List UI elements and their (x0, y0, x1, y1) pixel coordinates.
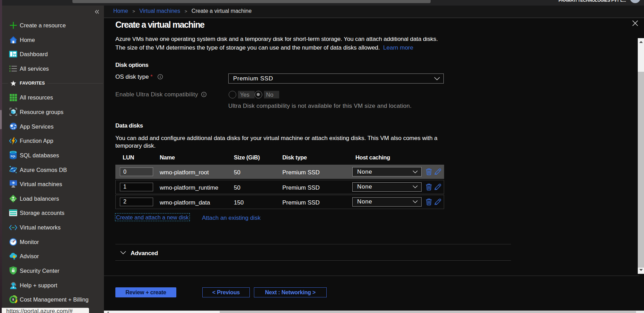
vertical-scrollbar[interactable] (638, 38, 644, 274)
sidebar-item-create-a-resource[interactable]: Create a resource (2, 18, 104, 33)
breadcrumb-home[interactable]: Home (113, 8, 128, 14)
review-create-button[interactable]: Review + create (115, 287, 176, 297)
sidebar-item-monitor[interactable]: Monitor (2, 235, 104, 249)
next-networking-button[interactable]: Next : Networking > (254, 287, 327, 297)
disk-name: wmo-platform_runtime (160, 184, 218, 191)
scroll-up-icon[interactable] (639, 41, 643, 43)
edit-disk-button[interactable] (434, 183, 442, 191)
os-disk-type-label: OS disk type * (115, 73, 153, 80)
blade-scroll-viewport: Azure VMs have one operating system disk… (104, 37, 638, 274)
delete-disk-button[interactable] (426, 168, 433, 176)
host-caching-select[interactable]: None (352, 167, 422, 176)
close-icon (632, 20, 638, 26)
edge-scrollbar-thumb[interactable] (0, 110, 2, 129)
ultra-disk-info-icon[interactable] (201, 92, 206, 97)
sidebar-item-storage-accounts[interactable]: Storage accounts (2, 206, 104, 220)
resource-groups-icon (9, 108, 17, 116)
sidebar-item-security-center[interactable]: Security Center (2, 263, 104, 278)
security-center-icon (9, 267, 17, 275)
host-caching-select[interactable]: None (352, 197, 422, 207)
data-disk-row[interactable]: 1 wmo-platform_runtime 50 Premium SSD No… (115, 180, 444, 194)
sidebar-item-azure-cosmos-db[interactable]: Azure Cosmos DB (2, 163, 104, 177)
advanced-section-label[interactable]: Advanced (131, 250, 158, 257)
lun-value: 1 (123, 184, 126, 190)
scroll-left-icon[interactable] (107, 311, 109, 313)
trash-icon (426, 168, 432, 175)
sidebar-item-app-services[interactable]: App Services (2, 119, 104, 134)
sidebar-item-load-balancers[interactable]: Load balancers (2, 191, 104, 206)
breadcrumb-virtual-machines[interactable]: Virtual machines (139, 8, 180, 14)
previous-button[interactable]: < Previous (202, 287, 250, 297)
col-header-host-caching: Host caching (355, 154, 390, 161)
sidebar-item-all-services[interactable]: All services (2, 61, 104, 76)
svg-text:SQL: SQL (11, 155, 16, 158)
os-disk-type-select[interactable]: Premium SSD (228, 73, 444, 84)
learn-more-link[interactable]: Learn more (383, 44, 413, 51)
delete-disk-button[interactable] (426, 183, 433, 191)
sidebar-item-advisor[interactable]: Advisor (2, 249, 104, 263)
sidebar-item-sql-databases[interactable]: SQL SQL databases (2, 148, 104, 163)
edit-disk-button[interactable] (434, 198, 442, 206)
edit-disk-button[interactable] (434, 168, 442, 175)
vertical-scrollbar-thumb[interactable] (638, 72, 644, 268)
sidebar-item-virtual-machines[interactable]: Virtual machines (2, 177, 104, 191)
breadcrumb: Home>Virtual machines>Create a virtual m… (113, 8, 252, 14)
azure-cosmos-db-icon (9, 166, 17, 174)
function-app-icon (9, 137, 17, 145)
os-disk-info-icon[interactable] (158, 74, 163, 79)
sidebar-item-function-app[interactable]: Function App (2, 133, 104, 148)
avatar[interactable] (630, 0, 641, 3)
intro-line2: The size of the VM determines the type o… (115, 44, 413, 51)
azure-portal: PRAMATI TECHNOLOGIES PVT L... Create a r… (0, 0, 644, 313)
lun-input[interactable]: 2 (120, 198, 153, 206)
host-caching-select[interactable]: None (352, 182, 422, 192)
sidebar-collapse-button[interactable] (94, 9, 102, 16)
ultra-disk-radio-no[interactable]: No (255, 91, 289, 98)
lun-input[interactable]: 1 (120, 183, 153, 191)
horizontal-scrollbar-thumb[interactable] (220, 311, 636, 313)
disk-size: 50 (234, 184, 240, 191)
data-disk-row[interactable]: 2 wmo-platform_data 150 Premium SSD None (115, 195, 444, 209)
favorites-star-icon (9, 79, 17, 87)
attach-existing-disk-link[interactable]: Attach an existing disk (202, 215, 261, 221)
disk-size: 150 (234, 199, 244, 206)
sidebar-item-cost-management[interactable]: $ Cost Management + Billing (2, 292, 104, 307)
sidebar-item-dashboard[interactable]: Dashboard (2, 47, 104, 61)
double-chevron-left-icon (94, 9, 100, 14)
advisor-icon (9, 252, 17, 260)
tenant-name: PRAMATI TECHNOLOGIES PVT L... (558, 0, 626, 3)
chevron-down-icon (434, 77, 440, 80)
lun-value: 2 (123, 199, 126, 205)
data-disk-row[interactable]: 0 wmo-platform_root 50 Premium SSD None (115, 165, 444, 179)
sidebar-item-help-support[interactable]: Help + support (2, 278, 104, 293)
radio-selected-icon (255, 91, 262, 98)
sidebar-item-all-resources[interactable]: All resources (2, 90, 104, 105)
global-search-input[interactable] (72, 0, 431, 3)
col-header-lun: LUN (123, 154, 134, 161)
os-disk-type-value: Premium SSD (233, 75, 273, 82)
cost-management-icon: $ (9, 295, 17, 304)
data-disks-heading: Data disks (115, 122, 143, 129)
data-disks-desc-line1: You can add and configure additional dat… (115, 135, 438, 142)
col-header-size: Size (GiB) (234, 154, 260, 161)
close-blade-button[interactable] (632, 20, 641, 28)
create-attach-disk-link[interactable]: Create and attach a new disk (116, 214, 189, 220)
breadcrumb-separator: > (128, 9, 140, 14)
advanced-chevron-icon[interactable] (120, 251, 126, 254)
horizontal-scrollbar[interactable] (104, 311, 644, 313)
scroll-down-icon[interactable] (639, 269, 643, 271)
delete-disk-button[interactable] (426, 198, 433, 206)
sidebar-item-home[interactable]: Home (2, 33, 104, 47)
lun-value: 0 (123, 169, 126, 175)
host-caching-value: None (357, 183, 372, 190)
sidebar-item-virtual-networks[interactable]: Virtual networks (2, 220, 104, 235)
sidebar-item-resource-groups[interactable]: Resource groups (2, 105, 104, 119)
lun-input[interactable]: 0 (120, 167, 153, 176)
disk-name: wmo-platform_root (160, 169, 209, 176)
help-support-icon (9, 281, 17, 289)
ultra-disk-label: Enable Ultra Disk compatibility (115, 91, 198, 98)
footer-divider (104, 276, 639, 276)
favorites-divider-left (2, 83, 8, 84)
intro-line1: Azure VMs have one operating system disk… (115, 37, 438, 43)
chevron-down-icon (413, 170, 418, 173)
